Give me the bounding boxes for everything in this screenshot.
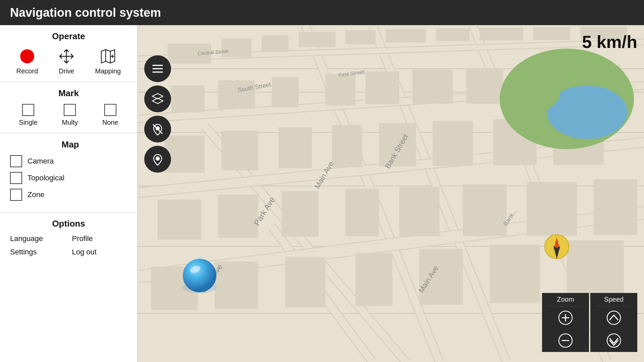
svg-rect-36 [386,29,426,43]
zoom-out-button[interactable] [542,329,589,352]
svg-rect-53 [332,125,362,167]
svg-rect-39 [533,27,570,40]
svg-point-105 [607,311,621,324]
svg-rect-55 [433,121,473,166]
svg-rect-41 [171,85,205,112]
single-mark-button[interactable]: Single [19,104,38,126]
multy-mark-button[interactable]: Multy [62,104,78,126]
app-title: Navigation control system [10,6,161,20]
zoom-panel: Zoom [542,293,589,352]
operate-items: Record [7,47,130,75]
main-layout: Operate Record [0,25,644,362]
controls-panel: Zoom Speed [542,293,637,352]
zone-checkbox-item[interactable]: Zone [10,189,130,201]
svg-rect-52 [278,127,312,168]
options-title: Options [7,219,130,229]
mark-items: Single Multy None [7,104,130,126]
svg-rect-47 [466,68,503,104]
menu-button[interactable] [144,55,171,82]
operate-section: Operate Record [0,25,137,82]
sidebar: Operate Record [0,25,138,362]
svg-rect-43 [272,77,299,107]
mark-title: Mark [7,88,130,99]
svg-rect-33 [262,35,288,52]
svg-point-94 [183,259,216,292]
speed-down-button[interactable] [590,329,637,352]
svg-point-92 [156,157,159,160]
none-mark-button[interactable]: None [102,104,118,126]
record-icon [18,47,37,65]
mark-section: Mark Single Multy None [0,82,137,133]
svg-rect-69 [356,253,392,306]
svg-rect-68 [285,257,325,307]
multy-label: Multy [62,119,78,126]
svg-rect-32 [221,39,252,57]
profile-button[interactable]: Profile [72,234,127,243]
svg-rect-46 [413,69,453,104]
drive-label: Drive [59,67,74,75]
speed-display: 5 km/h [582,32,637,52]
speed-control-panel: Speed [590,293,637,352]
operate-title: Operate [7,31,130,42]
svg-rect-35 [345,30,376,44]
map-section: Map Camera Topological Zone [0,133,137,213]
map-toolbar [144,55,171,173]
record-label: Record [16,67,38,75]
camera-checkbox-item[interactable]: Camera [10,155,130,167]
svg-rect-58 [158,199,201,240]
location-off-button[interactable] [144,116,171,142]
none-checkbox[interactable] [104,104,116,116]
topological-label: Topological [28,174,64,182]
svg-rect-72 [567,240,624,301]
svg-point-75 [506,72,560,112]
speed-control-label: Speed [594,293,634,306]
multy-checkbox[interactable] [64,104,76,116]
settings-button[interactable]: Settings [10,248,65,256]
speed-value: 5 km/h [582,32,637,52]
zoom-label: Zoom [547,293,584,306]
none-label: None [102,119,118,126]
svg-rect-59 [218,194,258,238]
camera-label: Camera [28,157,54,166]
language-button[interactable]: Language [10,234,65,243]
svg-rect-51 [221,131,258,170]
svg-rect-60 [282,191,319,237]
svg-rect-34 [299,32,335,47]
layers-button[interactable] [144,85,171,112]
record-dot-icon [20,49,34,63]
zone-label: Zone [28,190,44,199]
topological-checkbox[interactable] [10,172,22,184]
location-on-button[interactable] [144,146,171,173]
compass: N [543,233,570,261]
svg-rect-65 [594,179,637,235]
camera-checkbox[interactable] [10,155,22,167]
logout-button[interactable]: Log out [72,248,127,256]
svg-rect-64 [527,182,577,236]
map-area[interactable]: Main Ave Bank Street Park Ave North Ave … [138,25,644,362]
zoom-in-button[interactable] [542,306,589,329]
svg-rect-44 [325,74,356,106]
single-label: Single [19,119,38,126]
drive-icon [57,47,76,65]
vehicle-marker [178,251,221,295]
single-checkbox[interactable] [22,104,34,116]
map-title: Map [10,139,130,150]
mapping-icon [99,47,117,65]
mapping-label: Mapping [95,67,121,75]
svg-rect-71 [490,245,540,303]
options-grid: Language Profile Settings Log out [7,234,130,256]
svg-rect-63 [463,184,506,236]
header: Navigation control system [0,0,644,25]
topological-checkbox-item[interactable]: Topological [10,172,130,184]
drive-button[interactable]: Drive [57,47,76,75]
svg-rect-37 [436,28,470,41]
mapping-button[interactable]: Mapping [95,47,121,75]
options-section: Options Language Profile Settings Log ou… [0,213,137,362]
svg-rect-62 [399,187,439,236]
svg-rect-61 [345,189,379,236]
zone-checkbox[interactable] [10,189,22,201]
speed-up-button[interactable] [590,306,637,329]
svg-rect-45 [366,71,399,104]
svg-rect-38 [480,28,523,41]
record-button[interactable]: Record [16,47,38,75]
